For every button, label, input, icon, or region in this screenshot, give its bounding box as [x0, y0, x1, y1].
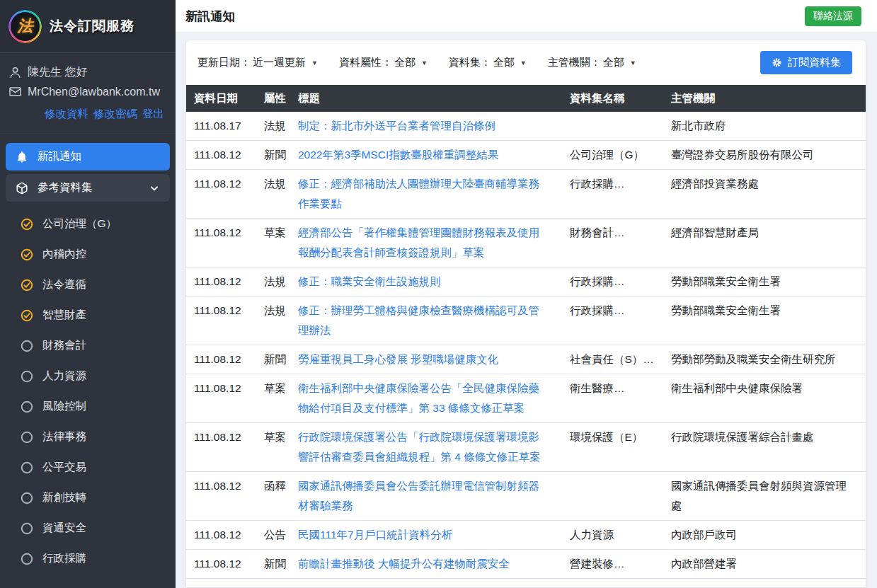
row-title-cell: 民國111年7月戶口統計資料分析 — [298, 521, 570, 550]
sidebar: 法 法令訂閱服務 陳先生 您好 MrChen@lawbank.com.tw 修改… — [0, 0, 176, 588]
news-title-link[interactable]: 制定：新北市外送平台業者管理自治條例 — [298, 120, 495, 132]
sidebar-dataset-item[interactable]: 人力資源 — [6, 361, 170, 391]
sidebar-dataset-label: 財務會計 — [42, 338, 86, 353]
filter-dropdown[interactable]: 更新日期：近一週更新▼ — [197, 56, 318, 69]
column-header: 主管機關 — [671, 85, 866, 112]
sidebar-dataset-item[interactable]: 法律事務 — [6, 422, 170, 452]
user-panel: 陳先生 您好 MrChen@lawbank.com.tw 修改資料修改密碼登出 — [0, 53, 176, 132]
row-agency: 勞動部勞動及職業安全衛生研究所 — [671, 345, 866, 374]
contact-button[interactable]: 聯絡法源 — [805, 6, 861, 26]
user-links: 修改資料修改密碼登出 — [8, 107, 167, 122]
sidebar-dataset-item[interactable]: 風險控制 — [6, 391, 170, 422]
row-type: 新聞 — [264, 345, 298, 374]
filter-value: 全部 — [603, 56, 624, 69]
user-icon — [8, 66, 22, 79]
row-dataset: 環境保護（E） — [570, 423, 671, 472]
news-title-link[interactable]: 前瞻計畫推動後 大幅提升公有建物耐震安全 — [298, 558, 510, 570]
sidebar-dataset-item[interactable]: 公司治理（G） — [6, 209, 170, 239]
filter-value: 近一週更新 — [253, 56, 306, 69]
sidebar-dataset-label: 法律事務 — [42, 430, 86, 444]
news-title-link[interactable]: 2022年第3季MSCI指數臺股權重調整結果 — [298, 149, 498, 161]
news-title-link[interactable]: 修正：職業安全衛生設施規則 — [298, 275, 441, 287]
filter-label: 更新日期： — [197, 56, 251, 69]
news-title-link[interactable]: 行政院環境保護署公告「行政院環境保護署環境影響評估審查委員會組織規程」第 4 條… — [298, 431, 541, 463]
sidebar-item-label: 參考資料集 — [38, 180, 93, 195]
filter-dropdown[interactable]: 資料集：全部▼ — [449, 56, 527, 69]
filter-dropdown[interactable]: 主管機關：全部▼ — [548, 56, 636, 69]
unsubscribed-circle-icon — [21, 431, 33, 444]
row-dataset: 行政採購… — [570, 170, 671, 219]
gear-icon — [772, 57, 782, 68]
sidebar-dataset-label: 新創技轉 — [42, 490, 86, 505]
row-dataset: 行政採購… — [570, 267, 671, 296]
dropdown-caret-icon: ▼ — [421, 59, 428, 67]
sidebar-dataset-item[interactable]: 智慧財產 — [6, 300, 170, 330]
dataset-list: 公司治理（G） 內稽內控 法令遵循 智慧財產 財務會計 人力資源 — [6, 205, 170, 574]
row-agency: 勞動部職業安全衛生署 — [671, 296, 866, 345]
sidebar-dataset-label: 行政採購 — [42, 551, 86, 566]
row-title-cell: 2022年第3季MSCI指數臺股權重調整結果 — [298, 141, 570, 170]
unsubscribed-circle-icon — [21, 461, 33, 474]
news-title-link[interactable]: 國家通訊傳播委員會公告委託辦理電信管制射頻器材審驗業務 — [298, 480, 539, 512]
news-title-link[interactable]: 勞雇重視員工身心發展 形塑職場健康文化 — [298, 353, 498, 365]
app-logo-icon: 法 — [8, 10, 42, 43]
row-date: 111.08.12 — [186, 472, 264, 521]
subscribe-datasets-button[interactable]: 訂閱資料集 — [760, 51, 852, 74]
subscribed-check-icon — [21, 218, 33, 231]
row-date: 111.08.17 — [186, 112, 264, 141]
row-title-cell: 行政院環境保護署公告「行政院環境保護署環境影響評估審查委員會組織規程」第 4 條… — [298, 423, 570, 472]
sidebar-dataset-item[interactable]: 財務會計 — [6, 330, 170, 361]
news-title-link[interactable]: 衛生福利部中央健康保險署公告「全民健康保險藥物給付項目及支付標準」第 33 條條… — [298, 382, 539, 414]
table-row: 111.08.12 公告 民國111年7月戶口統計資料分析 人力資源 內政部戶政… — [186, 521, 866, 550]
row-title-cell: 修正：辦理勞工體格與健康檢查醫療機構認可及管理辦法 — [298, 296, 570, 345]
sidebar-dataset-item[interactable]: 資通安全 — [6, 513, 170, 543]
filter-label: 資料屬性： — [339, 56, 392, 69]
mail-icon — [8, 85, 22, 98]
row-title-cell: 修正：國立臺灣圖書館陽明山中山樓參觀門票收費標準 — [298, 579, 570, 588]
row-dataset — [570, 579, 671, 588]
filter-label: 主管機關： — [548, 56, 601, 69]
unsubscribed-circle-icon — [21, 492, 33, 505]
row-type: 函釋 — [264, 472, 298, 521]
table-row: 111.08.12 新聞 勞雇重視員工身心發展 形塑職場健康文化 社會責任（S）… — [186, 345, 866, 374]
sidebar-dataset-item[interactable]: 內稽內控 — [6, 239, 170, 270]
filter-dropdown[interactable]: 資料屬性：全部▼ — [339, 56, 428, 69]
sidebar-dataset-item[interactable]: 公平交易 — [6, 452, 170, 483]
filter-label: 資料集： — [449, 56, 491, 69]
table-row: 111.08.12 法規 修正：辦理勞工體格與健康檢查醫療機構認可及管理辦法 行… — [186, 296, 866, 345]
news-title-link[interactable]: 經濟部公告「著作權集體管理團體財務報表及使用報酬分配表會計師查核簽證規則」草案 — [298, 226, 539, 258]
row-type: 公告 — [264, 521, 298, 550]
row-agency: 經濟部智慧財產局 — [671, 219, 866, 267]
filter-group: 更新日期：近一週更新▼ 資料屬性：全部▼ 資料集：全部▼ 主管機關：全部▼ — [197, 56, 636, 69]
bell-icon — [16, 151, 28, 163]
row-dataset: 人力資源 — [570, 521, 671, 550]
user-account-link[interactable]: 修改資料 — [45, 108, 88, 120]
sidebar-item-datasets[interactable]: 參考資料集 — [6, 174, 170, 202]
sidebar-dataset-label: 公平交易 — [42, 460, 86, 475]
row-dataset: 財務會計… — [570, 219, 671, 267]
news-title-link[interactable]: 修正：經濟部補助法人團體辦理大陸臺商輔導業務作業要點 — [298, 178, 539, 209]
row-agency: 經濟部投資業務處 — [671, 170, 866, 219]
row-dataset — [570, 112, 671, 141]
user-account-link[interactable]: 修改密碼 — [93, 108, 137, 120]
column-header: 屬性 — [264, 85, 298, 112]
dropdown-caret-icon: ▼ — [311, 59, 318, 67]
sidebar-dataset-label: 人力資源 — [42, 369, 86, 384]
user-account-link[interactable]: 登出 — [142, 108, 164, 120]
row-agency: 內政部營建署 — [671, 550, 866, 579]
row-type: 新聞 — [264, 141, 298, 170]
sidebar-item-notifications[interactable]: 新訊通知 — [6, 143, 170, 171]
sidebar-dataset-item[interactable]: 新創技轉 — [6, 483, 170, 513]
sidebar-dataset-label: 法令遵循 — [42, 277, 86, 292]
news-title-link[interactable]: 修正：辦理勞工體格與健康檢查醫療機構認可及管理辦法 — [298, 304, 539, 336]
sidebar-dataset-item[interactable]: 行政採購 — [6, 543, 170, 574]
table-row: 111.08.12 法規 修正：職業安全衛生設施規則 行政採購… 勞動部職業安全… — [186, 267, 866, 296]
sidebar-dataset-item[interactable]: 法令遵循 — [6, 270, 170, 300]
table-row: 111.08.12 草案 衛生福利部中央健康保險署公告「全民健康保險藥物給付項目… — [186, 374, 866, 423]
content-area: 更新日期：近一週更新▼ 資料屬性：全部▼ 資料集：全部▼ 主管機關：全部▼ 訂閱… — [176, 32, 877, 588]
row-title-cell: 修正：經濟部補助法人團體辦理大陸臺商輔導業務作業要點 — [298, 170, 570, 219]
row-date: 111.08.12 — [186, 219, 264, 267]
app-title: 法令訂閱服務 — [50, 17, 134, 35]
row-agency: 國立臺灣圖書館 — [671, 579, 866, 588]
news-title-link[interactable]: 民國111年7月戶口統計資料分析 — [298, 529, 452, 541]
